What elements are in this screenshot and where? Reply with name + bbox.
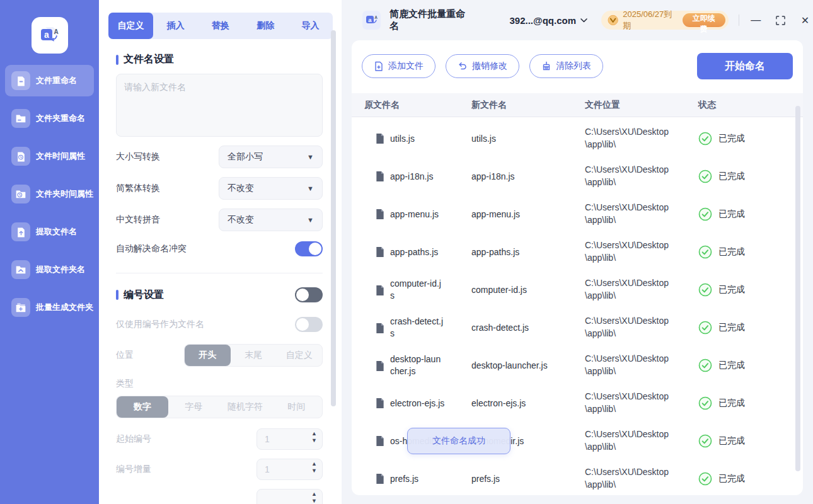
settings-scrollbar[interactable]: [331, 30, 336, 406]
check-circle-icon: [698, 472, 712, 486]
add-files-button[interactable]: 添加文件: [362, 54, 435, 78]
titlebar: a A 简鹿文件批量重命名 392...@qq.com 2025/06/27到期…: [352, 0, 813, 40]
table-row[interactable]: desktop-launcher.js desktop-launcher.js …: [352, 346, 803, 384]
file-path-cell: C:\Users\XU\Desktop\app\lib\: [585, 315, 671, 340]
batch-create-folder-icon: [11, 298, 30, 317]
renew-button[interactable]: 立即续费: [683, 13, 725, 27]
tab-insert[interactable]: 插入: [153, 13, 198, 39]
digits-input[interactable]: ▲▼: [257, 489, 323, 504]
new-filename-input[interactable]: [116, 74, 323, 137]
file-icon: [376, 323, 384, 333]
table-row[interactable]: app-menu.js app-menu.js C:\Users\XU\Desk…: [352, 195, 803, 233]
sidebar-item-extract-filename[interactable]: 提取文件名: [5, 216, 94, 248]
table-row[interactable]: electron-ejs.js electron-ejs.js C:\Users…: [352, 384, 803, 422]
table-row[interactable]: app-paths.js app-paths.js C:\Users\XU\De…: [352, 233, 803, 271]
titlebar-separator: [739, 14, 739, 26]
sidebar-item-label: 文件重命名: [36, 75, 77, 86]
original-name-cell: app-i18n.js: [364, 171, 471, 183]
section-accent-bar: [116, 55, 118, 65]
type-random[interactable]: 随机字符: [219, 396, 271, 418]
file-rename-icon: [11, 71, 30, 90]
tab-custom[interactable]: 自定义: [108, 13, 153, 39]
minimize-button[interactable]: —: [748, 12, 764, 28]
filename-section-title: 文件名设置: [116, 53, 323, 66]
close-button[interactable]: ✕: [797, 12, 813, 28]
position-custom[interactable]: 自定义: [276, 345, 322, 366]
file-path-cell: C:\Users\XU\Desktop\app\lib\: [585, 391, 671, 415]
sidebar-item-folder-time[interactable]: 文件夹时间属性: [5, 178, 94, 210]
tab-replace[interactable]: 替换: [198, 13, 243, 39]
status-badge: 已完成: [718, 284, 745, 295]
table-row[interactable]: utils.js utils.js C:\Users\XU\Desktop\ap…: [352, 120, 803, 158]
stepper-up-icon: ▲: [311, 491, 317, 497]
increment-input[interactable]: ▲▼: [257, 459, 323, 480]
stepper-arrows[interactable]: ▲▼: [311, 431, 317, 444]
sidebar: a A 文件重命名 文件夹重命名 文件时间属性 文: [0, 0, 99, 504]
file-path-cell: C:\Users\XU\Desktop\app\lib\: [585, 353, 671, 377]
start-number-input[interactable]: ▲▼: [257, 428, 323, 450]
clear-list-button[interactable]: 清除列表: [529, 54, 603, 78]
col-original-name: 原文件名: [364, 100, 471, 111]
position-end[interactable]: 末尾: [231, 345, 277, 366]
tab-delete[interactable]: 删除: [243, 13, 288, 39]
svg-text:A: A: [54, 28, 58, 35]
table-scrollbar[interactable]: [795, 106, 800, 471]
type-number[interactable]: 数字: [117, 396, 168, 418]
sidebar-item-file-time[interactable]: 文件时间属性: [5, 140, 94, 172]
table-row[interactable]: prefs.js prefs.js C:\Users\XU\Desktop\ap…: [352, 460, 803, 495]
only-number-toggle[interactable]: [295, 317, 323, 332]
sidebar-item-file-rename[interactable]: 文件重命名: [5, 65, 94, 96]
status-cell: 已完成: [698, 434, 803, 448]
status-cell: 已完成: [698, 472, 803, 486]
original-name-cell: prefs.js: [364, 473, 471, 485]
type-letter[interactable]: 字母: [168, 396, 220, 418]
maximize-icon: [776, 16, 785, 25]
status-badge: 已完成: [718, 322, 745, 333]
maximize-button[interactable]: [773, 12, 788, 28]
numbering-toggle[interactable]: [295, 287, 323, 302]
section-accent-bar: [116, 290, 118, 300]
type-segment-group: 数字 字母 随机字符 时间: [116, 396, 323, 418]
original-name-cell: app-menu.js: [364, 209, 471, 220]
tab-import[interactable]: 导入: [288, 13, 333, 39]
start-rename-button[interactable]: 开始命名: [697, 53, 793, 79]
file-icon: [376, 398, 384, 408]
stepper-arrows[interactable]: ▲▼: [311, 491, 317, 504]
folder-rename-icon: [11, 109, 30, 128]
stepper-down-icon: ▼: [311, 438, 317, 444]
case-convert-select[interactable]: 全部小写 ▼: [219, 146, 323, 168]
new-name-cell: crash-detect.js: [471, 323, 572, 333]
type-time[interactable]: 时间: [271, 396, 323, 418]
position-start[interactable]: 开头: [185, 345, 231, 366]
account-dropdown[interactable]: 392...@qq.com: [510, 15, 588, 26]
trad-simp-select[interactable]: 不改变 ▼: [219, 177, 323, 200]
check-circle-icon: [698, 169, 712, 183]
sidebar-item-batch-create-folder[interactable]: 批量生成文件夹: [5, 292, 94, 323]
sidebar-item-label: 文件时间属性: [36, 151, 85, 162]
original-name-cell: app-paths.js: [364, 246, 471, 258]
status-badge: 已完成: [718, 473, 745, 484]
file-icon: [376, 246, 384, 257]
new-name-cell: desktop-launcher.js: [471, 360, 572, 370]
sidebar-item-extract-foldername[interactable]: 提取文件夹名: [5, 254, 94, 285]
stepper-arrows[interactable]: ▲▼: [311, 461, 317, 474]
chevron-down-icon: ▼: [307, 185, 314, 192]
sidebar-item-folder-rename[interactable]: 文件夹重命名: [5, 103, 94, 134]
check-circle-icon: [698, 434, 712, 448]
undo-button[interactable]: 撤销修改: [446, 54, 519, 78]
new-name-cell: app-menu.js: [471, 209, 572, 219]
status-cell: 已完成: [698, 169, 803, 183]
pinyin-select[interactable]: 不改变 ▼: [219, 209, 323, 231]
svg-text:a: a: [368, 16, 372, 23]
app-icon: a A: [362, 11, 381, 30]
status-cell: 已完成: [698, 321, 803, 335]
table-row[interactable]: app-i18n.js app-i18n.js C:\Users\XU\Desk…: [352, 158, 803, 195]
original-name-cell: computer-id.js: [364, 278, 471, 302]
table-row[interactable]: crash-detect.js crash-detect.js C:\Users…: [352, 309, 803, 346]
trad-simp-label: 简繁体转换: [116, 183, 160, 194]
col-status: 状态: [698, 100, 803, 111]
conflict-toggle[interactable]: [295, 241, 323, 256]
new-name-cell: computer-id.js: [471, 285, 572, 295]
original-name-cell: desktop-launcher.js: [364, 353, 471, 377]
table-row[interactable]: computer-id.js computer-id.js C:\Users\X…: [352, 271, 803, 309]
